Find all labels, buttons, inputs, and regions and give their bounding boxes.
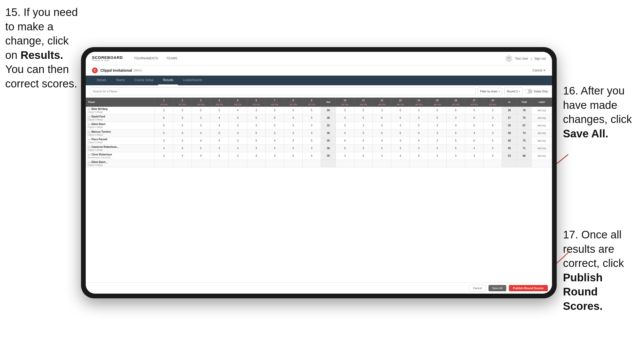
- score-h4[interactable]: 5: [210, 129, 229, 137]
- score-h14[interactable]: 5: [410, 152, 428, 160]
- score-h5[interactable]: 3: [228, 122, 247, 129]
- score-h10[interactable]: [336, 160, 354, 167]
- score-h1[interactable]: 4: [155, 144, 173, 152]
- score-h14[interactable]: 3: [410, 107, 428, 114]
- totals-only-toggle[interactable]: Totals Only: [525, 89, 548, 93]
- score-h5[interactable]: 3: [228, 129, 247, 137]
- score-h5[interactable]: 3: [228, 114, 247, 122]
- score-h18[interactable]: [484, 160, 502, 167]
- score-h14[interactable]: [410, 160, 428, 167]
- score-h7[interactable]: 6: [266, 114, 284, 122]
- score-h18[interactable]: 5: [484, 122, 502, 129]
- search-input[interactable]: [90, 87, 476, 95]
- score-h16[interactable]: 5: [446, 137, 465, 144]
- score-h7[interactable]: 5: [266, 107, 284, 114]
- score-h2[interactable]: 3: [173, 129, 192, 137]
- score-h18[interactable]: 3: [484, 129, 502, 137]
- label-wd[interactable]: WD: [538, 147, 542, 150]
- score-h17[interactable]: [465, 160, 484, 167]
- score-h12[interactable]: 5: [373, 144, 391, 152]
- score-h2[interactable]: 3: [173, 114, 192, 122]
- score-h8[interactable]: 3: [284, 129, 302, 137]
- score-h14[interactable]: 5: [410, 122, 428, 129]
- score-h7[interactable]: 4: [266, 137, 284, 144]
- score-h16[interactable]: 5: [446, 144, 465, 152]
- label-dq[interactable]: DQ: [542, 132, 546, 135]
- label-dq[interactable]: DQ: [542, 147, 546, 150]
- score-h16[interactable]: 6: [446, 107, 465, 114]
- score-h1[interactable]: 3: [155, 107, 173, 114]
- score-h10[interactable]: 3: [336, 122, 354, 129]
- score-h10[interactable]: 3: [336, 107, 354, 114]
- score-h1[interactable]: 5: [155, 122, 173, 129]
- tab-course-setup[interactable]: Course Setup: [130, 76, 158, 85]
- score-h13[interactable]: 5: [391, 114, 410, 122]
- score-h13[interactable]: 6: [391, 107, 410, 114]
- score-h18[interactable]: 3: [484, 107, 502, 114]
- tab-results[interactable]: Results: [158, 76, 178, 85]
- score-h6[interactable]: 5: [247, 114, 266, 122]
- score-h7[interactable]: [266, 160, 284, 167]
- score-h2[interactable]: 3: [173, 122, 192, 129]
- score-h9[interactable]: [302, 160, 321, 167]
- score-h3[interactable]: 4: [192, 152, 210, 160]
- score-h6[interactable]: 5: [247, 129, 266, 137]
- score-h14[interactable]: 3: [410, 114, 428, 122]
- label-wd[interactable]: WD: [538, 139, 542, 142]
- score-h12[interactable]: 5: [373, 129, 391, 137]
- score-h4[interactable]: 3: [210, 144, 229, 152]
- score-h8[interactable]: 3: [284, 137, 302, 144]
- score-h18[interactable]: 3: [484, 152, 502, 160]
- score-h3[interactable]: 5: [192, 107, 210, 114]
- score-h15[interactable]: [428, 160, 447, 167]
- score-h4[interactable]: [210, 160, 229, 167]
- score-h17[interactable]: 5: [465, 114, 484, 122]
- score-h10[interactable]: 3: [336, 152, 354, 160]
- label-wd[interactable]: WD: [538, 117, 542, 119]
- score-h17[interactable]: 6: [465, 122, 484, 129]
- score-h8[interactable]: [284, 160, 302, 167]
- score-h12[interactable]: 3: [373, 107, 391, 114]
- score-h12[interactable]: 4: [373, 137, 391, 144]
- score-h15[interactable]: 3: [428, 144, 447, 152]
- score-h9[interactable]: 3: [302, 129, 321, 137]
- label-dq[interactable]: DQ: [542, 139, 546, 142]
- score-h8[interactable]: 5: [284, 152, 302, 160]
- score-h2[interactable]: 4: [173, 152, 192, 160]
- score-h18[interactable]: 3: [484, 144, 502, 152]
- score-h13[interactable]: 5: [391, 129, 410, 137]
- score-h9[interactable]: 3: [302, 144, 321, 152]
- cancel-button[interactable]: Cancel: [469, 285, 486, 292]
- tab-details[interactable]: Details: [92, 76, 111, 85]
- score-h11[interactable]: 3: [354, 144, 373, 152]
- score-h2[interactable]: 3: [173, 137, 192, 144]
- score-h3[interactable]: 4: [192, 137, 210, 144]
- score-h3[interactable]: 4: [192, 129, 210, 137]
- score-h13[interactable]: 3: [391, 144, 410, 152]
- score-h9[interactable]: 5: [302, 114, 321, 122]
- sign-out-link[interactable]: Sign out: [534, 57, 546, 60]
- tab-leaderboards[interactable]: Leaderboards: [178, 76, 207, 85]
- round-dropdown[interactable]: Round 3 ▾: [504, 87, 522, 95]
- score-h17[interactable]: 3: [465, 152, 484, 160]
- label-dq[interactable]: DQ: [542, 155, 546, 157]
- score-h1[interactable]: 3: [155, 152, 173, 160]
- save-all-button[interactable]: Save All: [488, 285, 506, 291]
- score-h9[interactable]: 3: [302, 122, 321, 129]
- score-h10[interactable]: 6: [336, 144, 354, 152]
- score-h13[interactable]: 4: [391, 152, 410, 160]
- score-h8[interactable]: 3: [284, 114, 302, 122]
- label-wd[interactable]: WD: [538, 124, 542, 127]
- score-h8[interactable]: 3: [284, 122, 302, 129]
- score-h18[interactable]: 5: [484, 137, 502, 144]
- score-h11[interactable]: 5: [354, 107, 373, 114]
- label-dq[interactable]: DQ: [542, 124, 546, 127]
- score-h6[interactable]: 5: [247, 137, 266, 144]
- score-h7[interactable]: 5: [266, 122, 284, 129]
- score-h16[interactable]: [446, 160, 465, 167]
- tab-teams[interactable]: Teams: [111, 76, 130, 85]
- score-h16[interactable]: 3: [446, 122, 465, 129]
- score-h11[interactable]: 5: [354, 137, 373, 144]
- score-h4[interactable]: 5: [210, 107, 229, 114]
- score-h3[interactable]: 5: [192, 144, 210, 152]
